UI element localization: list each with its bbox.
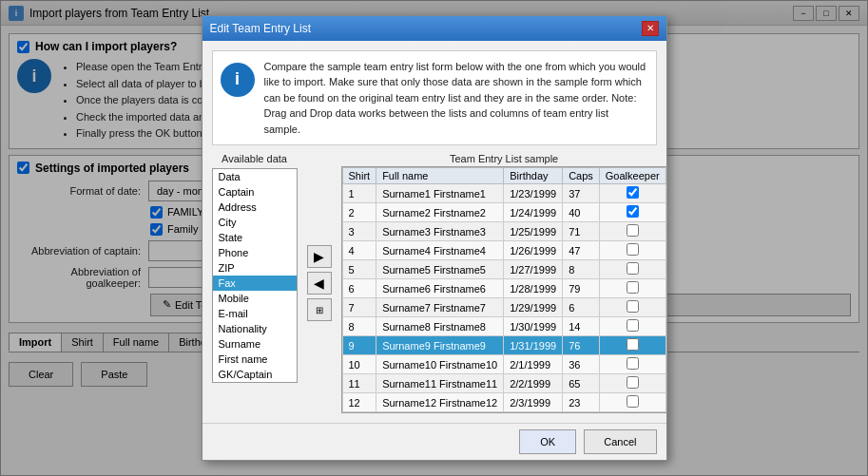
- cell-caps: 6: [563, 298, 600, 317]
- goalkeeper-checkbox[interactable]: [627, 338, 639, 351]
- cell-fullname: Surname11 Firstname11: [376, 374, 504, 393]
- data-list: Data Captain Address City State Phone ZI…: [212, 168, 298, 383]
- modal-title: Edit Team Entry List: [210, 22, 312, 35]
- table-row[interactable]: 3Surname3 Firstname31/25/199971: [342, 222, 665, 241]
- cell-birthday: 1/26/1999: [504, 241, 563, 260]
- data-item-zip[interactable]: ZIP: [213, 260, 297, 276]
- goalkeeper-checkbox[interactable]: [627, 243, 639, 256]
- modal-info-icon: i: [221, 63, 255, 97]
- transfer-right-button[interactable]: ▶: [307, 245, 332, 268]
- cell-fullname: Surname10 Firstname10: [376, 355, 504, 374]
- goalkeeper-checkbox[interactable]: [627, 395, 639, 408]
- cancel-button[interactable]: Cancel: [584, 429, 656, 454]
- cell-caps: 76: [563, 336, 600, 355]
- goalkeeper-checkbox[interactable]: [627, 300, 639, 313]
- data-item-fax[interactable]: Fax: [213, 276, 297, 291]
- data-item-data[interactable]: Data: [213, 169, 297, 184]
- modal-overlay: Edit Team Entry List ✕ i Compare the sam…: [0, 0, 868, 476]
- cell-shirt: 5: [342, 260, 376, 279]
- available-data-label: Available data: [212, 153, 298, 164]
- cell-birthday: 1/29/1999: [504, 298, 563, 317]
- table-row[interactable]: 10Surname10 Firstname102/1/199936: [342, 355, 665, 374]
- data-item-gkcaptain[interactable]: GK/Captain: [213, 367, 297, 382]
- cell-caps: 79: [563, 279, 600, 298]
- table-row[interactable]: 9Surname9 Firstname91/31/199976: [342, 336, 665, 355]
- data-item-address[interactable]: Address: [213, 200, 297, 215]
- data-item-captain[interactable]: Captain: [213, 184, 297, 200]
- table-row[interactable]: 11Surname11 Firstname112/2/199965: [342, 374, 665, 393]
- transfer-left-button[interactable]: ◀: [307, 272, 332, 295]
- cell-birthday: 2/2/1999: [504, 374, 563, 393]
- table-row[interactable]: 6Surname6 Firstname61/28/199979: [342, 279, 665, 298]
- cell-fullname: Surname9 Firstname9: [376, 336, 504, 355]
- goalkeeper-checkbox[interactable]: [627, 376, 639, 389]
- cell-caps: 36: [563, 355, 600, 374]
- goalkeeper-checkbox[interactable]: [627, 224, 639, 237]
- table-row[interactable]: 2Surname2 Firstname21/24/199940: [342, 203, 665, 222]
- cell-birthday: 1/31/1999: [504, 336, 563, 355]
- cell-goalkeeper: [599, 241, 665, 260]
- cell-caps: 71: [563, 222, 600, 241]
- cell-goalkeeper: [599, 203, 665, 222]
- th-birthday: Birthday: [504, 168, 563, 184]
- goalkeeper-checkbox[interactable]: [627, 319, 639, 332]
- data-item-nationality[interactable]: Nationality: [213, 321, 297, 336]
- cell-goalkeeper: [599, 279, 665, 298]
- table-row[interactable]: 7Surname7 Firstname71/29/19996: [342, 298, 665, 317]
- cell-fullname: Surname7 Firstname7: [376, 298, 504, 317]
- modal-main: Available data Data Captain Address City…: [212, 153, 657, 413]
- cell-birthday: 1/28/1999: [504, 279, 563, 298]
- table-row[interactable]: 4Surname4 Firstname41/26/199947: [342, 241, 665, 260]
- cell-birthday: 1/27/1999: [504, 260, 563, 279]
- data-item-state[interactable]: State: [213, 230, 297, 245]
- cell-goalkeeper: [599, 298, 665, 317]
- th-fullname: Full name: [376, 168, 504, 184]
- goalkeeper-checkbox[interactable]: [627, 186, 639, 199]
- goalkeeper-checkbox[interactable]: [627, 281, 639, 294]
- data-item-mobile[interactable]: Mobile: [213, 291, 297, 306]
- cell-goalkeeper: [599, 317, 665, 336]
- cell-shirt: 1: [342, 184, 376, 203]
- cell-goalkeeper: [599, 336, 665, 355]
- data-item-email[interactable]: E-mail: [213, 306, 297, 321]
- transfer-buttons: ▶ ◀ ⊞: [303, 153, 336, 413]
- cell-fullname: Surname3 Firstname3: [376, 222, 504, 241]
- modal-window: Edit Team Entry List ✕ i Compare the sam…: [202, 15, 667, 462]
- table-row[interactable]: 5Surname5 Firstname51/27/19998: [342, 260, 665, 279]
- cell-shirt: 7: [342, 298, 376, 317]
- transfer-icon-button[interactable]: ⊞: [307, 298, 332, 321]
- th-caps: Caps: [563, 168, 600, 184]
- team-table: Shirt Full name Birthday Caps Goalkeeper…: [342, 167, 666, 412]
- cell-goalkeeper: [599, 222, 665, 241]
- cell-goalkeeper: [599, 374, 665, 393]
- modal-info: i Compare the sample team entry list for…: [212, 50, 657, 146]
- table-row[interactable]: 1Surname1 Firstname11/23/199937: [342, 184, 665, 203]
- goalkeeper-checkbox[interactable]: [627, 205, 639, 218]
- cell-goalkeeper: [599, 184, 665, 203]
- goalkeeper-checkbox[interactable]: [627, 262, 639, 275]
- th-goalkeeper: Goalkeeper: [599, 168, 665, 184]
- team-table-wrap[interactable]: Shirt Full name Birthday Caps Goalkeeper…: [341, 166, 667, 413]
- table-row[interactable]: 8Surname8 Firstname81/30/199914: [342, 317, 665, 336]
- cell-shirt: 11: [342, 374, 376, 393]
- cell-shirt: 9: [342, 336, 376, 355]
- cell-fullname: Surname8 Firstname8: [376, 317, 504, 336]
- cell-fullname: Surname5 Firstname5: [376, 260, 504, 279]
- modal-footer: OK Cancel: [203, 423, 666, 460]
- cell-shirt: 3: [342, 222, 376, 241]
- th-shirt: Shirt: [342, 168, 376, 184]
- cell-goalkeeper: [599, 355, 665, 374]
- data-item-city[interactable]: City: [213, 215, 297, 230]
- data-item-surname[interactable]: Surname: [213, 336, 297, 352]
- table-row[interactable]: 12Surname12 Firstname122/3/199923: [342, 393, 665, 412]
- modal-close-button[interactable]: ✕: [642, 21, 659, 36]
- cell-shirt: 12: [342, 393, 376, 412]
- data-item-firstname[interactable]: First name: [213, 352, 297, 367]
- cell-caps: 8: [563, 260, 600, 279]
- goalkeeper-checkbox[interactable]: [627, 357, 639, 370]
- data-item-phone[interactable]: Phone: [213, 245, 297, 260]
- cell-birthday: 1/24/1999: [504, 203, 563, 222]
- ok-button[interactable]: OK: [519, 429, 576, 454]
- available-data-section: Available data Data Captain Address City…: [212, 153, 298, 413]
- cell-shirt: 8: [342, 317, 376, 336]
